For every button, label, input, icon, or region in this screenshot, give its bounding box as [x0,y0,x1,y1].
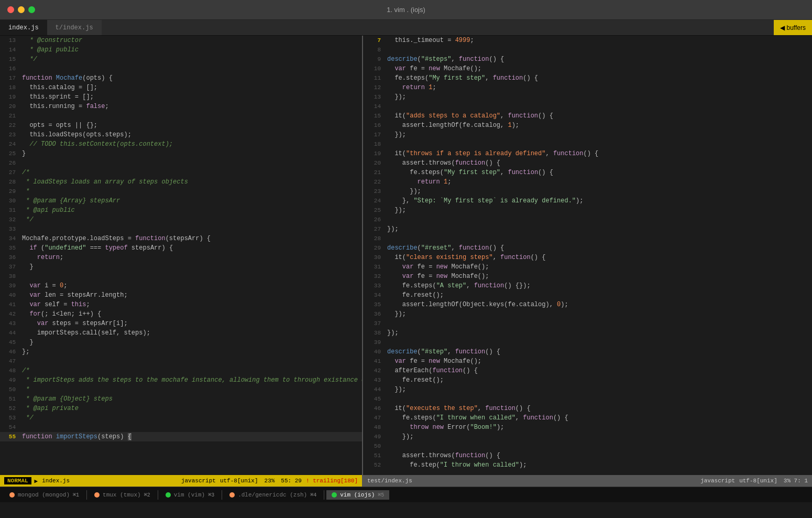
code-line: 29 * [0,187,362,196]
code-line: 28 * loadSteps loads an array of steps o… [0,177,362,187]
left-percent: 23% [265,478,275,484]
tmux-bar: mongod (mongod) ⌘1 tmux (tmux) ⌘2 vim (v… [0,487,812,502]
code-line: 27 /* [0,168,362,177]
left-filetype: javascript [181,478,216,484]
code-line: 12 return 1; [363,83,812,92]
tmux-dot-iojs [332,492,337,498]
code-line: 24 }, "Step: `My first step` is already … [363,196,812,206]
tmux-dot-mongod [9,492,15,498]
left-editor-pane: 13 * @constructor 14 * @api public 15 */… [0,36,363,487]
buffers-button[interactable]: ◀ buffers [774,20,812,35]
tmux-dot-tmux [94,492,100,498]
tmux-item-tmux[interactable]: tmux (tmux) ⌘2 [89,490,156,500]
code-line: 48 throw new Error("Boom!"); [363,423,812,432]
code-line: 36 return; [0,253,362,262]
code-line: 20 assert.throws(function() { [363,158,812,168]
code-line: 43 var steps = stepsArr[i]; [0,319,362,328]
code-line: 7 this._timeout = 4999; [363,36,812,45]
code-line: 42 for(; i<len; i++) { [0,309,362,319]
code-line: 49 }); [363,432,812,441]
tmux-label-zsh: .dle/genericdc (zsh) [238,492,307,498]
code-line: 16 assert.lengthOf(fe.catalog, 1); [363,121,812,130]
tmux-item-iojs[interactable]: vim (iojs) ⌘5 [326,490,389,500]
close-button[interactable] [7,6,14,13]
code-line: 51 assert.throws(function() { [363,451,812,460]
tmux-divider [324,490,324,500]
code-line: 21 fe.steps("My first step", function() … [363,168,812,177]
code-line: 19 this.sprint = []; [0,92,362,102]
code-line: 35 assert.lengthOf(Object.keys(fe.catalo… [363,300,812,309]
tmux-item-vim[interactable]: vim (vim) ⌘3 [160,490,220,500]
code-line: 30 * @param {Array} stepsArr [0,196,362,206]
tab-index-js[interactable]: index.js [0,20,47,35]
code-line: 15 */ [0,55,362,64]
code-line: 26 [0,158,362,168]
code-line: 43 fe.reset(); [363,375,812,385]
tmux-dot-vim [166,492,171,498]
code-line: 44 importSteps.call(self, steps); [0,328,362,338]
code-line: 24 // TODO this.setContext(opts.context)… [0,139,362,149]
code-line: 25 } [0,149,362,158]
code-line: 40 describe("#step", function() { [363,347,812,357]
tab-t-index-js[interactable]: t/index.js [47,20,102,35]
vim-mode: NORMAL [4,477,31,484]
left-filename: index.js [42,478,70,484]
code-line: 34 fe.reset(); [363,290,812,300]
tmux-key-iojs: ⌘5 [378,492,384,498]
code-line: 18 this.catalog = []; [0,83,362,92]
tmux-item-zsh[interactable]: .dle/genericdc (zsh) ⌘4 [224,490,322,500]
code-line: 41 var fe = new Mochafe(); [363,357,812,366]
code-line: 47 [0,357,362,366]
code-line: 46 it("executes the step", function() { [363,404,812,413]
tmux-key-mongod: ⌘1 [73,492,79,498]
code-line: 32 var fe = new Mochafe(); [363,272,812,281]
code-line: 44 }); [363,385,812,394]
code-line: 41 var self = this; [0,300,362,309]
code-line: 16 [0,64,362,73]
code-line: 30 it("clears existing steps", function(… [363,253,812,262]
code-line: 36 }); [363,309,812,319]
code-line: 33 [0,224,362,234]
code-line: 23 this.loadSteps(opts.steps); [0,130,362,139]
tmux-label-vim: vim (vim) [174,492,205,498]
code-line: 29 describe("#reset", function() { [363,243,812,253]
right-encoding: utf-8[unix] [739,478,777,484]
tmux-divider [158,490,158,500]
code-line: 8 [363,45,812,55]
code-line: 49 * importSteps adds the steps to the m… [0,375,362,385]
titlebar: 1. vim . (iojs) [0,0,812,20]
left-status-arrow: ▶ [35,478,38,484]
code-line: 11 fe.steps("My first step", function() … [363,73,812,83]
code-line: 14 * @api public [0,45,362,55]
left-warning: ! trailing[180] [306,478,358,484]
tab-bar: index.js t/index.js ◀ buffers [0,20,812,36]
code-line: 22 return 1; [363,177,812,187]
code-line: 13 }); [363,92,812,102]
code-line: 37 [363,319,812,328]
tmux-key-zsh: ⌘4 [310,492,316,498]
tmux-divider [222,490,222,500]
left-status-bar: NORMAL ▶ index.js javascript utf-8[unix]… [0,475,362,487]
tmux-item-mongod[interactable]: mongod (mongod) ⌘1 [4,490,84,500]
code-line: 37 } [0,262,362,272]
minimize-button[interactable] [18,6,25,13]
left-encoding: utf-8[unix] [220,478,258,484]
code-line-active: 55 function importSteps(steps) { [0,432,362,441]
code-line: 27 }); [363,224,812,234]
code-line: 33 fe.steps("A step", function() {}); [363,281,812,290]
code-line: 38 [0,272,362,281]
right-position: 3% 7: 1 [784,478,808,484]
code-line: 50 * [0,385,362,394]
code-line: 10 var fe = new Mochafe(); [363,64,812,73]
code-line: 52 * @api private [0,404,362,413]
code-line: 46 }; [0,347,362,357]
tmux-key-tmux: ⌘2 [144,492,150,498]
code-line: 54 [0,423,362,432]
right-filename: test/index.js [367,478,412,484]
right-filetype: javascript [700,478,735,484]
code-line: 45 [363,394,812,404]
editor-area: 13 * @constructor 14 * @api public 15 */… [0,36,812,487]
right-editor-pane: 7 this._timeout = 4999; 8 9 describe("#s… [363,36,812,487]
code-line: 17 function Mochafe(opts) { [0,73,362,83]
maximize-button[interactable] [28,6,35,13]
